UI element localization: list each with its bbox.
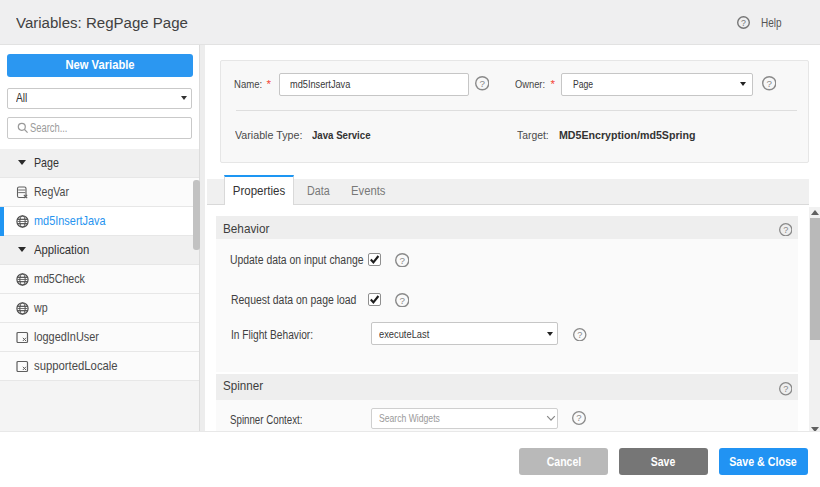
svg-text:?: ? [783,225,788,235]
svg-text:?: ? [576,412,581,423]
svg-text:?: ? [479,78,485,89]
svg-text:?: ? [399,254,405,265]
svg-text:?: ? [399,294,405,305]
svg-text:?: ? [766,78,772,89]
svg-text:?: ? [783,384,788,394]
svg-text:?: ? [741,18,746,28]
svg-text:?: ? [577,330,582,340]
